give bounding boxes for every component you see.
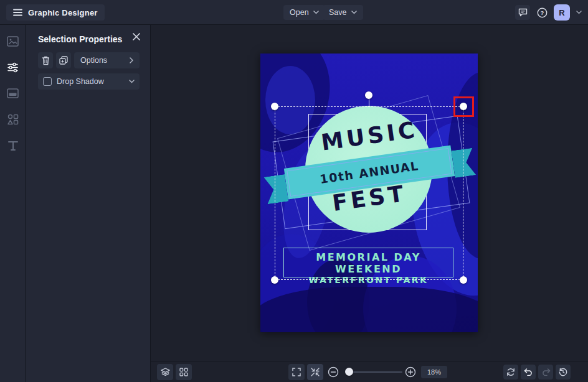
panel-title: Selection Properties — [38, 34, 122, 44]
refresh-icon — [506, 368, 515, 376]
photo-blob — [260, 287, 478, 332]
options-button[interactable]: Options — [74, 52, 140, 68]
topbar-right-group: ? R — [515, 0, 583, 25]
zoom-in-icon — [405, 366, 416, 378]
fit-to-screen-button[interactable] — [307, 364, 323, 380]
selection-box[interactable] — [275, 106, 463, 280]
panel-close-button[interactable] — [133, 33, 140, 40]
chevron-right-icon — [130, 57, 133, 63]
delete-button[interactable] — [38, 52, 53, 68]
save-button-label: Save — [329, 8, 347, 17]
handle-highlight-box — [453, 96, 474, 117]
comment-icon — [518, 8, 528, 17]
drop-shadow-label: Drop Shadow — [57, 77, 104, 86]
zoom-in-button[interactable] — [405, 366, 416, 378]
sidebar-item-adjustments[interactable] — [0, 57, 26, 77]
top-bar: Graphic Designer Open Save ? R — [0, 0, 588, 25]
selection-handle-bottom-right[interactable] — [460, 276, 467, 284]
adjustments-icon — [7, 62, 19, 73]
tool-rail — [0, 25, 26, 382]
zoom-out-button[interactable] — [328, 366, 339, 378]
undo-button[interactable] — [521, 365, 536, 380]
layers-icon — [161, 368, 170, 376]
chevron-down-icon — [313, 11, 319, 14]
sidebar-item-backgrounds[interactable] — [0, 83, 26, 103]
app-title: Graphic Designer — [28, 8, 98, 17]
poster-artboard[interactable]: MUSIC 10th ANNUAL FEST MEMORIAL DAY WEEK… — [260, 54, 478, 332]
drop-shadow-checkbox[interactable] — [43, 77, 52, 86]
account-menu-button[interactable] — [574, 5, 583, 20]
sidebar-item-shapes[interactable] — [0, 109, 26, 129]
fit-icon — [311, 368, 320, 376]
text-icon — [7, 141, 19, 151]
chevron-down-icon — [351, 11, 357, 14]
save-button[interactable]: Save — [323, 5, 363, 20]
chevron-down-icon — [129, 80, 135, 83]
frame-icon — [7, 88, 19, 98]
grid-icon — [179, 368, 188, 376]
user-avatar[interactable]: R — [554, 4, 570, 21]
svg-text:?: ? — [540, 9, 544, 16]
rotation-handle[interactable] — [365, 91, 372, 99]
avatar-initial: R — [559, 8, 564, 17]
zoom-slider-knob[interactable] — [345, 368, 353, 376]
undo-icon — [524, 368, 533, 376]
history-icon — [559, 368, 567, 376]
redo-button[interactable] — [538, 365, 553, 380]
open-button-label: Open — [290, 8, 309, 17]
grid-view-button[interactable] — [176, 364, 192, 380]
duplicate-button[interactable] — [56, 52, 71, 68]
hamburger-icon — [13, 9, 22, 16]
selection-handle-top-left[interactable] — [271, 103, 278, 110]
chevron-down-icon — [576, 11, 582, 14]
zoom-level-indicator[interactable]: 18% — [421, 366, 447, 378]
open-button[interactable]: Open — [283, 5, 325, 20]
drop-shadow-dropdown[interactable]: Drop Shadow — [38, 73, 140, 90]
options-label: Options — [80, 56, 107, 65]
fullscreen-button[interactable] — [288, 364, 305, 380]
close-icon — [133, 33, 140, 40]
canvas-toolbar: 18% — [151, 361, 588, 382]
shapes-icon — [7, 114, 19, 125]
image-icon — [7, 36, 19, 47]
trash-icon — [42, 56, 50, 65]
rotation-handle-line — [369, 98, 370, 107]
refresh-button[interactable] — [503, 365, 518, 380]
selection-handle-bottom-left[interactable] — [271, 276, 278, 284]
selection-properties-panel: Selection Properties Options Drop Shadow — [26, 25, 151, 382]
feedback-button[interactable] — [515, 5, 530, 20]
redo-icon — [541, 368, 551, 376]
layers-button[interactable] — [157, 364, 173, 380]
help-button[interactable]: ? — [534, 5, 549, 20]
sidebar-item-images[interactable] — [0, 31, 26, 51]
zoom-out-icon — [328, 366, 339, 378]
history-button[interactable] — [556, 365, 571, 380]
sidebar-item-text[interactable] — [0, 136, 26, 156]
zoom-slider-track[interactable] — [345, 371, 402, 373]
help-icon: ? — [537, 7, 548, 18]
duplicate-icon — [59, 56, 68, 65]
design-canvas[interactable]: MUSIC 10th ANNUAL FEST MEMORIAL DAY WEEK… — [151, 25, 588, 382]
expand-icon — [292, 368, 301, 376]
main-menu-button[interactable]: Graphic Designer — [6, 4, 105, 21]
